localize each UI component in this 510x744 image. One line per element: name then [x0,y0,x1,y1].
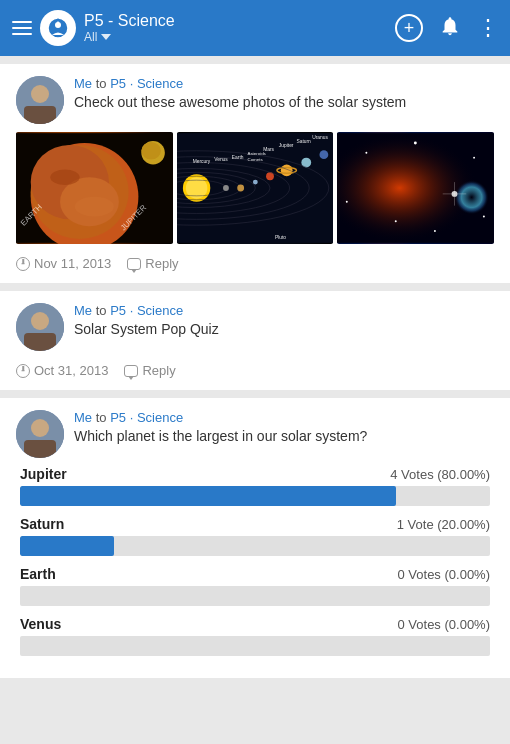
post-to-3: to [96,410,110,425]
svg-point-14 [75,197,114,217]
svg-point-61 [31,312,49,330]
reply-label-1: Reply [145,256,178,271]
header-left: P5 - Science All [12,10,395,46]
app-header: P5 - Science All + ⋮ [0,0,510,56]
poll-option-earth[interactable]: Earth 0 Votes (0.00%) [20,566,490,606]
post-meta-1: Me to P5 · Science Check out these aweso… [74,76,494,113]
poll-option-saturn[interactable]: Saturn 1 Vote (20.00%) [20,516,490,556]
poll-bar-bg-venus [20,636,490,656]
avatar-image-2 [16,303,64,351]
post-image-diagram[interactable]: Mercury Venus Earth Asteroids Comets Mar… [177,132,334,244]
post-timestamp-1: Nov 11, 2013 [16,256,111,271]
header-actions: + ⋮ [395,14,498,42]
svg-text:Earth: Earth [232,155,244,160]
post-feed: Me to P5 · Science Check out these aweso… [0,56,510,686]
svg-point-25 [237,185,244,192]
post-footer-1: Nov 11, 2013 Reply [16,252,494,271]
svg-text:Pluto: Pluto [275,235,286,240]
post-meta-3: Me to P5 · Science Which planet is the l… [74,410,494,447]
post-to-2: to [96,303,110,318]
svg-text:Comets: Comets [247,157,263,162]
post-header-1: Me to P5 · Science Check out these aweso… [16,76,494,124]
bell-svg [439,15,461,37]
poll-bar-bg-jupiter [20,486,490,506]
timestamp-text-1: Nov 11, 2013 [34,256,111,271]
clock-icon-2 [16,364,30,378]
svg-rect-7 [24,106,56,124]
avatar-svg-3 [16,410,64,458]
poll-option-header-earth: Earth 0 Votes (0.00%) [20,566,490,582]
space-svg [337,132,494,244]
add-icon[interactable]: + [395,14,423,42]
svg-text:Uranus: Uranus [312,135,328,140]
post-text-3: Which planet is the largest in our solar… [74,427,494,447]
avatar-svg-1 [16,76,64,124]
poll-votes-earth: 0 Votes (0.00%) [398,567,491,582]
header-subtitle-text: All [84,30,97,44]
reply-bubble-icon-2 [124,365,138,377]
poll-option-header-saturn: Saturn 1 Vote (20.00%) [20,516,490,532]
poll-option-jupiter[interactable]: Jupiter 4 Votes (80.00%) [20,466,490,506]
svg-text:Mars: Mars [263,147,274,152]
svg-point-52 [473,157,475,159]
clock-icon-1 [16,257,30,271]
svg-point-27 [253,180,258,185]
post-card-2: Me to P5 · Science Solar System Pop Quiz… [0,291,510,390]
poll-label-saturn: Saturn [20,516,64,532]
svg-point-13 [50,169,79,185]
svg-point-55 [346,201,348,203]
svg-point-16 [141,142,161,160]
timestamp-text-2: Oct 31, 2013 [34,363,108,378]
post-sender-name-1: Me [74,76,92,91]
post-sender-name-3: Me [74,410,92,425]
header-subtitle[interactable]: All [84,30,175,44]
poll-option-header-venus: Venus 0 Votes (0.00%) [20,616,490,632]
poll-container: Jupiter 4 Votes (80.00%) Saturn 1 Vote (… [16,466,494,656]
notification-icon[interactable] [439,15,461,42]
post-channel-name-3: P5 · Science [110,410,183,425]
post-card-3: Me to P5 · Science Which planet is the l… [0,398,510,678]
svg-text:Jupiter: Jupiter [279,143,294,148]
svg-point-31 [280,164,292,176]
post-text-1: Check out these awesome photos of the so… [74,93,494,113]
svg-point-2 [57,19,60,22]
svg-text:Saturn: Saturn [296,139,311,144]
post-images-1: EARTH JUPITER [16,132,494,244]
svg-point-36 [319,150,328,159]
svg-rect-65 [24,440,56,458]
post-header-3: Me to P5 · Science Which planet is the l… [16,410,494,458]
header-title: P5 - Science [84,12,175,30]
chevron-down-icon [101,34,111,40]
poll-votes-jupiter: 4 Votes (80.00%) [390,467,490,482]
hamburger-menu[interactable] [12,21,32,35]
post-channel-name-1: P5 · Science [110,76,183,91]
post-card-1: Me to P5 · Science Check out these aweso… [0,64,510,283]
avatar-image-3 [16,410,64,458]
avatar-image-1 [16,76,64,124]
svg-text:Mercury: Mercury [192,159,210,164]
svg-point-51 [414,141,417,144]
reply-button-2[interactable]: Reply [124,363,175,378]
poll-label-earth: Earth [20,566,56,582]
poll-bar-fill-jupiter [20,486,396,506]
post-channel-1: to [96,76,110,91]
more-options-icon[interactable]: ⋮ [477,15,498,41]
reply-bubble-icon-1 [127,258,141,270]
poll-option-venus[interactable]: Venus 0 Votes (0.00%) [20,616,490,656]
avatar-1 [16,76,64,124]
post-channel-name-2: P5 · Science [110,303,183,318]
header-title-group: P5 - Science All [84,12,175,44]
poll-label-jupiter: Jupiter [20,466,67,482]
poll-label-venus: Venus [20,616,61,632]
post-meta-2: Me to P5 · Science Solar System Pop Quiz [74,303,494,340]
svg-point-5 [31,85,49,103]
avatar-3 [16,410,64,458]
post-image-mars[interactable]: EARTH JUPITER [16,132,173,244]
post-from-1: Me to P5 · Science [74,76,494,91]
svg-point-53 [395,220,397,222]
post-image-space[interactable] [337,132,494,244]
post-from-2: Me to P5 · Science [74,303,494,318]
reply-button-1[interactable]: Reply [127,256,178,271]
poll-bar-bg-earth [20,586,490,606]
post-header-2: Me to P5 · Science Solar System Pop Quiz [16,303,494,351]
